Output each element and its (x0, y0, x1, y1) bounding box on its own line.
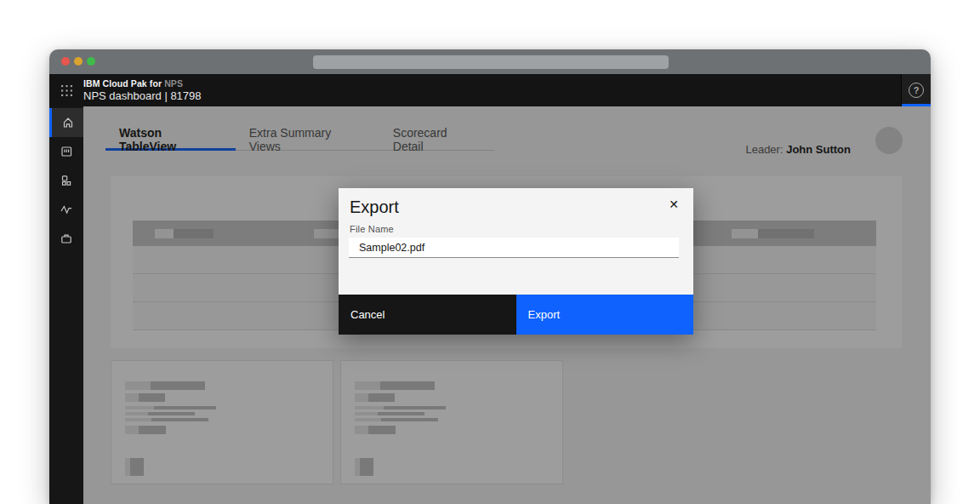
browser-window: IBM Cloud Pak for NPS NPS dashboard | 81… (49, 49, 931, 504)
home-icon (61, 116, 75, 129)
help-button[interactable]: ? (901, 74, 931, 106)
file-name-label: File Name (350, 224, 394, 234)
category-icon (60, 174, 73, 187)
export-modal: Export ✕ File Name Cancel Export (339, 188, 693, 335)
help-icon: ? (909, 83, 924, 98)
briefcase-icon (60, 232, 73, 245)
close-window-button[interactable] (61, 57, 70, 66)
sidebar-item-home[interactable] (49, 108, 83, 137)
file-name-input[interactable] (349, 238, 679, 258)
header-spacer (202, 74, 901, 106)
modal-title: Export (350, 198, 399, 217)
left-nav-rail (49, 106, 83, 504)
minimize-window-button[interactable] (74, 57, 83, 66)
app-header-titles: IBM Cloud Pak for NPS NPS dashboard | 81… (83, 74, 202, 106)
cancel-button[interactable]: Cancel (339, 295, 516, 335)
export-button[interactable]: Export (516, 295, 694, 335)
address-bar[interactable] (313, 55, 669, 69)
close-icon[interactable]: ✕ (665, 196, 682, 213)
sidebar-item-category[interactable] (49, 166, 83, 195)
main-content: Watson TableView Extra Summary Views Sco… (83, 106, 931, 504)
activity-icon (60, 203, 73, 216)
report-icon (60, 145, 73, 158)
app-switcher-button[interactable] (49, 74, 83, 106)
sidebar-item-activity[interactable] (49, 195, 83, 224)
product-name-strong: IBM Cloud Pak for (83, 78, 162, 89)
dashboard-title: NPS dashboard | 81798 (83, 89, 202, 102)
product-name: IBM Cloud Pak for NPS (83, 78, 202, 89)
modal-footer: Cancel Export (339, 295, 693, 335)
app-header: IBM Cloud Pak for NPS NPS dashboard | 81… (49, 74, 931, 106)
sidebar-item-portfolio[interactable] (49, 224, 83, 253)
zoom-window-button[interactable] (87, 57, 95, 66)
product-name-muted: NPS (164, 78, 183, 89)
app-switcher-icon (61, 85, 72, 96)
window-titlebar (49, 49, 931, 74)
workspace: Watson TableView Extra Summary Views Sco… (49, 106, 931, 504)
traffic-lights (61, 57, 95, 66)
sidebar-item-reports[interactable] (49, 137, 83, 166)
